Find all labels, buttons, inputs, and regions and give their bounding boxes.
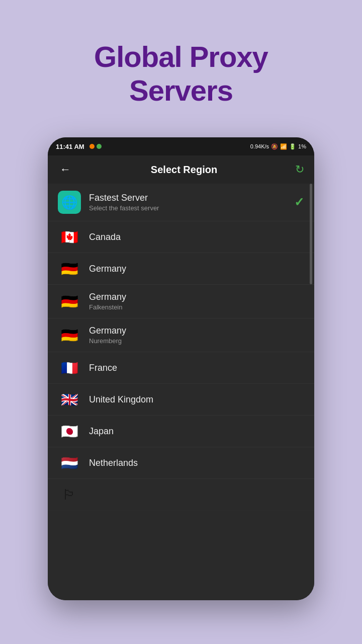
server-text-germany1: Germany: [89, 264, 304, 274]
server-text-germany3: Germany Nuremberg: [89, 326, 304, 345]
server-list[interactable]: 🌐 Fastest Server Select the fastest serv…: [48, 184, 314, 600]
flag-germany3: 🇩🇪: [58, 327, 81, 344]
page-title: Global Proxy Servers: [94, 40, 268, 107]
battery-icon: 🔋: [289, 143, 296, 150]
server-item-germany1[interactable]: 🇩🇪 Germany: [48, 253, 314, 285]
server-item-netherlands[interactable]: 🇳🇱 Netherlands: [48, 447, 314, 479]
toolbar-title: Select Region: [151, 164, 217, 176]
flag-france: 🇫🇷: [58, 359, 81, 376]
toolbar: ← Select Region ↻: [48, 155, 314, 184]
status-right: 0.94K/s 🔕 📶 🔋 1%: [250, 143, 306, 150]
server-sub-germany3: Nuremberg: [89, 337, 304, 345]
status-time: 11:41 AM: [56, 143, 102, 150]
flag-germany2: 🇩🇪: [58, 293, 81, 310]
wifi-icon: 📶: [280, 143, 287, 150]
server-name-germany1: Germany: [89, 264, 304, 274]
status-speed: 0.94K/s: [250, 143, 269, 149]
server-text-netherlands: Netherlands: [89, 458, 304, 468]
globe-icon: 🌐: [58, 191, 81, 214]
bell-icon: 🔕: [271, 143, 278, 150]
back-button[interactable]: ←: [58, 161, 73, 178]
flag-canada: 🇨🇦: [58, 228, 81, 246]
server-name-uk: United Kingdom: [89, 394, 304, 405]
server-text-germany2: Germany Falkenstein: [89, 292, 304, 311]
server-item-japan[interactable]: 🇯🇵 Japan: [48, 416, 314, 447]
server-item-france[interactable]: 🇫🇷 France: [48, 352, 314, 384]
server-item-germany2[interactable]: 🇩🇪 Germany Falkenstein: [48, 285, 314, 318]
server-text-france: France: [89, 363, 304, 373]
server-name-germany2: Germany: [89, 292, 304, 302]
server-name-netherlands: Netherlands: [89, 458, 304, 468]
server-sub-germany2: Falkenstein: [89, 303, 304, 311]
battery-pct: 1%: [298, 143, 306, 149]
dot-green: [97, 144, 102, 149]
server-text-fastest: Fastest Server Select the fastest server: [89, 193, 294, 212]
flag-more: 🏳: [58, 486, 81, 503]
server-text-canada: Canada: [89, 232, 304, 243]
server-item-fastest[interactable]: 🌐 Fastest Server Select the fastest serv…: [48, 184, 314, 221]
flag-germany1: 🇩🇪: [58, 260, 81, 277]
server-item-canada[interactable]: 🇨🇦 Canada: [48, 221, 314, 253]
flag-uk: 🇬🇧: [58, 391, 81, 408]
server-name-fastest: Fastest Server: [89, 193, 294, 203]
title-line2: Servers: [94, 74, 268, 108]
server-text-japan: Japan: [89, 426, 304, 437]
scrollbar-track: [310, 184, 312, 284]
server-name-japan: Japan: [89, 426, 304, 437]
server-text-uk: United Kingdom: [89, 394, 304, 405]
server-name-france: France: [89, 363, 304, 373]
server-item-germany3[interactable]: 🇩🇪 Germany Nuremberg: [48, 318, 314, 352]
status-bar: 11:41 AM 0.94K/s 🔕 📶 🔋 1%: [48, 137, 314, 155]
phone-mockup: 11:41 AM 0.94K/s 🔕 📶 🔋 1% ← Select Regio…: [48, 137, 314, 600]
server-item-more[interactable]: 🏳: [48, 479, 314, 511]
refresh-button[interactable]: ↻: [295, 163, 304, 176]
title-line1: Global Proxy: [94, 40, 268, 74]
dot-orange: [89, 144, 95, 149]
server-item-uk[interactable]: 🇬🇧 United Kingdom: [48, 384, 314, 416]
server-sub-fastest: Select the fastest server: [89, 204, 294, 212]
flag-netherlands: 🇳🇱: [58, 454, 81, 471]
server-name-canada: Canada: [89, 232, 304, 243]
server-name-germany3: Germany: [89, 326, 304, 336]
check-icon-fastest: ✓: [294, 195, 304, 209]
flag-japan: 🇯🇵: [58, 423, 81, 440]
